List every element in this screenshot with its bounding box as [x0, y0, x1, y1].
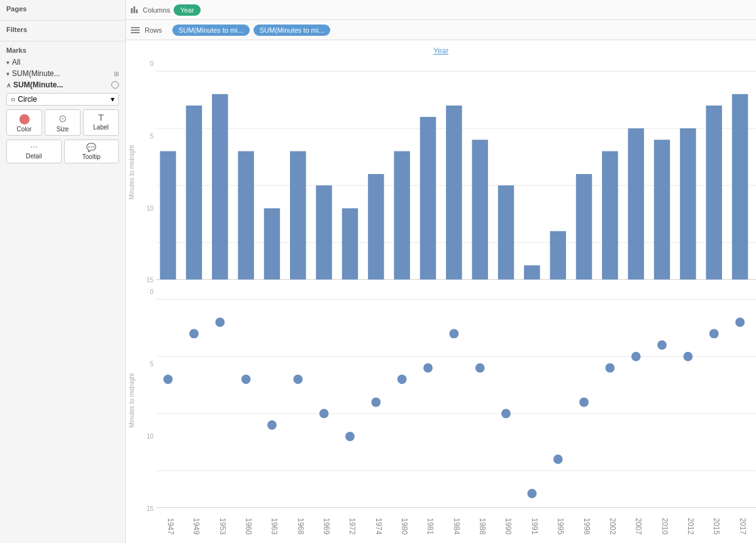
circle-dropdown[interactable]: ○ Circle ▾: [6, 93, 119, 106]
chart-area: Year Minutes to midnight 0 5 10 15: [126, 40, 756, 543]
label-icon: T: [98, 112, 104, 123]
rows-icon: [131, 27, 140, 33]
chart-title: Year: [126, 47, 756, 55]
svg-point-49: [579, 398, 589, 407]
columns-toolbar: Columns Year: [126, 0, 756, 20]
svg-point-54: [709, 329, 719, 339]
circle-label: Circle: [18, 95, 37, 104]
svg-text:2010: 2010: [660, 518, 669, 535]
detail-button[interactable]: ⋯ Detail: [6, 140, 62, 163]
svg-point-46: [501, 409, 511, 419]
svg-rect-16: [446, 106, 462, 280]
label-button[interactable]: T Label: [83, 109, 119, 136]
svg-rect-24: [654, 140, 670, 279]
sidebar: Pages Filters Marks ▾ All ▾ SUM(Minute..…: [0, 0, 126, 543]
svg-point-51: [631, 352, 641, 361]
svg-rect-10: [290, 151, 306, 280]
svg-rect-27: [732, 94, 748, 280]
marks-all-item[interactable]: ▾ All: [6, 58, 119, 67]
svg-rect-6: [186, 106, 202, 280]
svg-point-55: [735, 318, 745, 327]
dot-y-axis-label: Minutes to midnight: [126, 286, 137, 514]
svg-point-52: [657, 341, 667, 350]
pages-section: Pages: [0, 0, 125, 21]
color-icon: ⬤: [19, 112, 30, 124]
svg-text:1947: 1947: [166, 518, 175, 535]
svg-rect-19: [524, 265, 540, 279]
dot-chart-svg-area: [156, 286, 756, 514]
pages-label: Pages: [6, 5, 119, 13]
color-button[interactable]: ⬤ Color: [6, 109, 42, 136]
svg-rect-13: [368, 174, 384, 280]
detail-icon: ⋯: [30, 143, 38, 151]
svg-text:2007: 2007: [634, 518, 643, 535]
size-button[interactable]: ⊙ Size: [45, 109, 81, 136]
bar-chart-panel: Minutes to midnight 0 5 10 15: [126, 58, 756, 286]
filters-section: Filters: [0, 21, 125, 41]
svg-text:1981: 1981: [426, 518, 435, 535]
marks-sum2-item[interactable]: ∧ SUM(Minute...: [6, 80, 119, 89]
sum-pill-2[interactable]: SUM(Minutes to mi...: [253, 25, 331, 36]
svg-point-53: [683, 352, 692, 361]
svg-point-43: [423, 363, 433, 373]
bar-y-axis-label: Minutes to midnight: [126, 58, 137, 286]
marks-buttons-row2: ⋯ Detail 💬 Tooltip: [6, 140, 119, 163]
columns-icon: [131, 6, 138, 13]
x-axis-svg: 1947 1949 1953 1960 1963 1968 1969 1972 …: [156, 515, 756, 543]
svg-point-45: [475, 363, 485, 373]
svg-text:1974: 1974: [374, 518, 383, 535]
svg-rect-8: [238, 151, 253, 280]
svg-rect-15: [420, 117, 436, 280]
marks-sum2-label: SUM(Minute...: [13, 80, 63, 89]
svg-point-44: [449, 329, 459, 339]
svg-rect-12: [342, 208, 358, 279]
circle-icon: ○: [11, 95, 15, 104]
bar-y-axis: 0 5 10 15: [137, 58, 156, 286]
svg-rect-11: [316, 185, 331, 280]
year-pill[interactable]: Year: [174, 4, 200, 16]
svg-text:1953: 1953: [218, 518, 227, 535]
dot-y-axis: 0 5 10 15: [137, 286, 156, 514]
svg-rect-23: [628, 128, 643, 279]
svg-text:1995: 1995: [556, 518, 565, 535]
svg-rect-18: [498, 185, 514, 280]
marks-all-label: All: [12, 58, 20, 67]
tooltip-button[interactable]: 💬 Tooltip: [64, 140, 120, 163]
svg-text:1998: 1998: [582, 518, 591, 535]
svg-point-48: [553, 455, 563, 464]
svg-text:1949: 1949: [192, 518, 201, 535]
svg-rect-7: [212, 94, 228, 280]
tooltip-icon: 💬: [86, 143, 96, 152]
svg-rect-14: [394, 151, 409, 280]
svg-point-40: [345, 432, 355, 441]
circle-dropdown-inner: ○ Circle: [11, 95, 37, 104]
svg-point-39: [320, 409, 329, 419]
circle-indicator: [111, 81, 119, 89]
svg-point-33: [164, 375, 173, 384]
svg-text:2015: 2015: [712, 518, 721, 535]
svg-text:1980: 1980: [400, 518, 409, 535]
x-axis-labels: 1947 1949 1953 1960 1963 1968 1969 1972 …: [156, 515, 756, 543]
svg-text:2017: 2017: [738, 518, 747, 535]
marks-sum1-item[interactable]: ▾ SUM(Minute... ⊞: [6, 69, 119, 78]
rows-label: Rows: [131, 26, 169, 34]
svg-point-50: [605, 363, 614, 373]
svg-point-38: [293, 375, 303, 384]
chevron-icon: ▾: [6, 59, 9, 66]
svg-text:1984: 1984: [452, 518, 461, 535]
label-label: Label: [93, 124, 108, 131]
svg-rect-22: [602, 151, 618, 280]
svg-text:1991: 1991: [530, 518, 539, 535]
svg-rect-26: [706, 106, 722, 280]
main-area: Columns Year Rows SUM(Minutes to mi... S…: [126, 0, 756, 543]
grid-icon: ⊞: [114, 70, 119, 77]
marks-buttons-row1: ⬤ Color ⊙ Size T Label: [6, 109, 119, 136]
tooltip-label: Tooltip: [82, 153, 101, 160]
rows-toolbar: Rows SUM(Minutes to mi... SUM(Minutes to…: [126, 20, 756, 40]
color-label: Color: [17, 126, 32, 133]
svg-point-34: [189, 329, 199, 339]
sum-pill-1[interactable]: SUM(Minutes to mi...: [172, 25, 250, 36]
svg-point-37: [267, 420, 277, 430]
svg-text:1990: 1990: [504, 518, 513, 535]
svg-text:2012: 2012: [686, 518, 695, 535]
